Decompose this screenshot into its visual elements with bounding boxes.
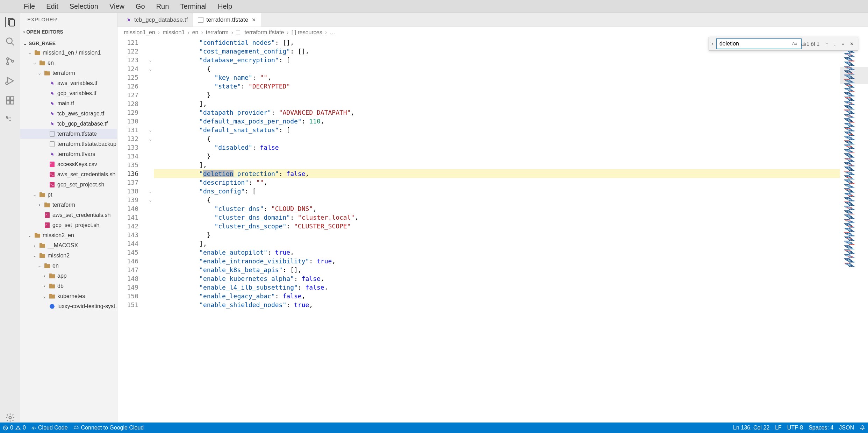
breadcrumb-item[interactable]: mission1_en bbox=[124, 29, 155, 36]
menu-run[interactable]: Run bbox=[153, 1, 172, 12]
find-in-selection-icon[interactable]: ≡ bbox=[840, 40, 846, 48]
svg-rect-11 bbox=[6, 101, 9, 104]
breadcrumb-item[interactable]: en bbox=[192, 29, 199, 36]
sidebar-title: EXPLORER bbox=[20, 13, 117, 26]
find-previous-icon[interactable]: ↑ bbox=[824, 40, 830, 48]
find-results-count: 1 of 1 bbox=[804, 41, 822, 47]
find-input-container: Aa ab .* bbox=[716, 38, 802, 49]
terraform-icon[interactable] bbox=[5, 115, 15, 125]
breadcrumb-item[interactable]: … bbox=[330, 29, 335, 36]
close-find-icon[interactable]: ✕ bbox=[848, 40, 855, 48]
tree-item[interactable]: ⌄terraform bbox=[20, 68, 117, 78]
tree-item[interactable]: ⌄en bbox=[20, 58, 117, 68]
breadcrumb-item[interactable]: terraform bbox=[206, 29, 229, 36]
run-debug-icon[interactable] bbox=[5, 76, 15, 86]
chevron-right-icon bbox=[23, 29, 25, 35]
tree-item[interactable]: tcb_gcp_database.tf bbox=[20, 119, 117, 129]
tree-item[interactable]: luxxy-covid-testing-syst... bbox=[20, 301, 117, 311]
search-icon[interactable] bbox=[5, 37, 15, 47]
tree-item[interactable]: aws_set_credentials.sh bbox=[20, 169, 117, 179]
menu-go[interactable]: Go bbox=[133, 1, 148, 12]
tree-item[interactable]: ›terraform bbox=[20, 200, 117, 210]
workspace-section[interactable]: SGR_RAEE bbox=[20, 39, 117, 48]
breadcrumb-item[interactable]: mission1 bbox=[163, 29, 185, 36]
explorer-icon[interactable] bbox=[5, 17, 15, 27]
connect-gcloud-button[interactable]: Connect to Google Cloud bbox=[73, 425, 144, 431]
toggle-replace-icon[interactable]: › bbox=[712, 41, 713, 47]
notifications-icon[interactable] bbox=[860, 425, 865, 431]
settings-icon[interactable] bbox=[5, 413, 15, 423]
menu-selection[interactable]: Selection bbox=[67, 1, 101, 12]
source-control-icon[interactable] bbox=[5, 56, 15, 66]
svg-point-5 bbox=[7, 63, 9, 65]
svg-point-2 bbox=[6, 38, 12, 44]
file-tree[interactable]: ⌄mission1_en / mission1⌄en⌄terraformaws_… bbox=[20, 48, 117, 311]
menu-view[interactable]: View bbox=[107, 1, 127, 12]
problems-button[interactable]: 0 0 bbox=[3, 425, 26, 431]
svg-line-15 bbox=[4, 426, 7, 429]
minimap-viewport[interactable] bbox=[840, 67, 868, 84]
tree-item[interactable]: gcp_set_project.sh bbox=[20, 220, 117, 230]
status-bar: 0 0 ‹/› Cloud Code Connect to Google Clo… bbox=[0, 423, 868, 433]
tab-bar: tcb_gcp_database.tf terraform.tfstate ✕ bbox=[117, 13, 868, 27]
close-icon[interactable]: ✕ bbox=[251, 17, 257, 23]
svg-point-4 bbox=[7, 58, 9, 60]
terraform-file-icon bbox=[126, 17, 131, 23]
menu-help[interactable]: Help bbox=[215, 1, 235, 12]
tree-item[interactable]: ⌄en bbox=[20, 261, 117, 271]
breadcrumb-item[interactable]: terraform.tfstate bbox=[236, 29, 284, 36]
svg-line-3 bbox=[11, 43, 14, 45]
tree-item[interactable]: terraform.tfvars bbox=[20, 149, 117, 159]
svg-rect-12 bbox=[10, 101, 14, 104]
editor-body[interactable]: 1211221231241251261271281291301311321331… bbox=[117, 38, 868, 423]
tree-item[interactable]: ⌄pt bbox=[20, 190, 117, 200]
svg-rect-10 bbox=[10, 97, 14, 100]
svg-point-13 bbox=[9, 417, 11, 419]
tree-item[interactable]: ⌄mission1_en / mission1 bbox=[20, 48, 117, 58]
menu-file[interactable]: File bbox=[21, 1, 38, 12]
tree-item[interactable]: ⌄mission2_en bbox=[20, 230, 117, 240]
file-icon bbox=[236, 30, 240, 35]
titlebar: File Edit Selection View Go Run Terminal… bbox=[0, 0, 868, 13]
tree-item[interactable]: ›app bbox=[20, 271, 117, 281]
find-next-icon[interactable]: ↓ bbox=[832, 40, 838, 48]
activity-bar bbox=[0, 13, 20, 423]
menu-edit[interactable]: Edit bbox=[43, 1, 61, 12]
editor-area: tcb_gcp_database.tf terraform.tfstate ✕ … bbox=[117, 13, 868, 423]
line-number-gutter: 1211221231241251261271281291301311321331… bbox=[117, 38, 147, 423]
encoding-indicator[interactable]: UTF-8 bbox=[787, 425, 803, 431]
find-input[interactable] bbox=[719, 41, 789, 47]
tree-item[interactable]: aws_variables.tf bbox=[20, 78, 117, 88]
fold-column[interactable]: ⌄⌄⌄⌄⌄⌄ bbox=[147, 38, 154, 423]
tree-item[interactable]: gcp_set_project.sh bbox=[20, 179, 117, 190]
cloud-code-button[interactable]: ‹/› Cloud Code bbox=[31, 425, 68, 431]
menu-terminal[interactable]: Terminal bbox=[177, 1, 209, 12]
svg-rect-9 bbox=[6, 97, 9, 100]
tab-tcb-gcp-database[interactable]: tcb_gcp_database.tf bbox=[121, 13, 193, 27]
svg-point-6 bbox=[12, 60, 14, 62]
minimap[interactable]: ████ ██ █████ ████ ██ █████ ████ ██ ████… bbox=[840, 38, 868, 423]
cursor-position[interactable]: Ln 136, Col 22 bbox=[733, 425, 769, 431]
eol-indicator[interactable]: LF bbox=[775, 425, 782, 431]
file-icon bbox=[198, 17, 203, 23]
breadcrumb-item[interactable]: [ ] resources bbox=[292, 29, 322, 36]
open-editors-section[interactable]: OPEN EDITORS bbox=[20, 27, 117, 36]
tree-item[interactable]: accessKeys.csv bbox=[20, 159, 117, 169]
language-indicator[interactable]: JSON bbox=[839, 425, 854, 431]
tree-item[interactable]: terraform.tfstate.backup bbox=[20, 139, 117, 149]
tree-item[interactable]: aws_set_credentials.sh bbox=[20, 210, 117, 220]
tree-item[interactable]: ⌄kubernetes bbox=[20, 291, 117, 301]
svg-rect-1 bbox=[9, 20, 14, 26]
tree-item[interactable]: ⌄mission2 bbox=[20, 250, 117, 261]
tree-item[interactable]: ›db bbox=[20, 281, 117, 291]
match-case-icon[interactable]: Aa bbox=[791, 41, 799, 47]
tree-item[interactable]: ›__MACOSX bbox=[20, 240, 117, 250]
indent-indicator[interactable]: Spaces: 4 bbox=[809, 425, 833, 431]
tree-item[interactable]: tcb_aws_storage.tf bbox=[20, 108, 117, 119]
code-content[interactable]: "confidential_nodes": [], "cost_manageme… bbox=[154, 38, 840, 423]
tree-item[interactable]: gcp_variables.tf bbox=[20, 88, 117, 98]
tab-terraform-tfstate[interactable]: terraform.tfstate ✕ bbox=[193, 13, 262, 27]
tree-item[interactable]: terraform.tfstate bbox=[20, 129, 117, 139]
tree-item[interactable]: main.tf bbox=[20, 98, 117, 108]
extensions-icon[interactable] bbox=[5, 95, 15, 105]
